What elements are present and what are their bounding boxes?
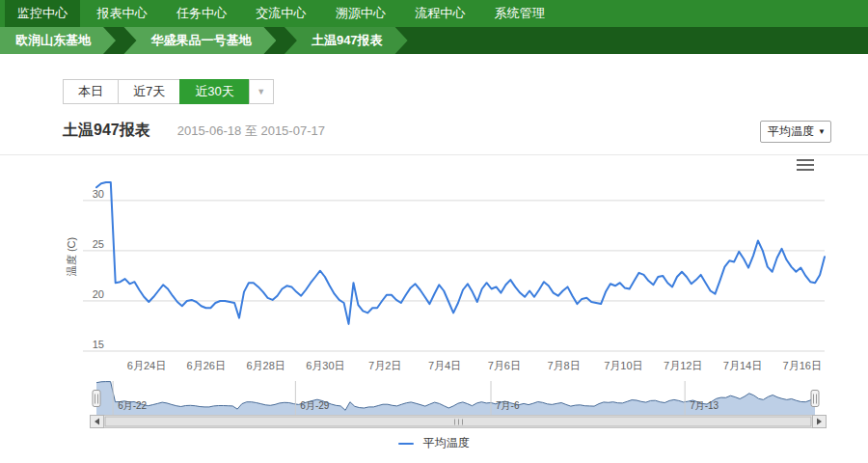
breadcrumb: 欧润山东基地 华盛果品一号基地 土温947报表 — [0, 27, 868, 54]
chart-menu-icon[interactable] — [797, 159, 814, 173]
series-line — [96, 182, 825, 324]
x-axis-tick-label: 7月14日 — [723, 360, 762, 371]
nav-item-system[interactable]: 系统管理 — [482, 0, 557, 27]
y-axis-tick-label: 30 — [93, 188, 104, 200]
main-nav: 监控中心 报表中心 任务中心 交流中心 溯源中心 流程中心 系统管理 — [0, 0, 868, 27]
x-axis-tick-label: 7月6日 — [488, 360, 521, 371]
nav-item-workflow[interactable]: 流程中心 — [402, 0, 477, 27]
metric-select[interactable]: 平均温度 ▼ — [760, 121, 831, 143]
chart-panel: 30252015温度 (C)6月24日6月26日6月28日6月30日7月2日7月… — [0, 154, 868, 434]
legend-line-icon — [398, 443, 414, 445]
y-axis-tick-label: 15 — [93, 339, 104, 350]
x-axis-tick-label: 6月30日 — [306, 360, 344, 371]
legend-series-label: 平均温度 — [423, 436, 470, 449]
metric-select-value: 平均温度 — [768, 124, 814, 138]
nav-item-monitor[interactable]: 监控中心 — [5, 0, 80, 27]
nav-item-tasks[interactable]: 任务中心 — [164, 0, 239, 27]
breadcrumb-item-report[interactable]: 土温947报表 — [285, 27, 408, 54]
navigator-tick-label: 6月-22 — [118, 400, 147, 411]
page-title: 土温947报表 — [63, 121, 150, 141]
navigator-tick-label: 7月-13 — [690, 400, 719, 411]
navigator-right-handle[interactable] — [811, 391, 819, 407]
title-row: 土温947报表 2015-06-18 至 2015-07-17 — [63, 121, 325, 141]
nav-item-traceability[interactable]: 溯源中心 — [323, 0, 398, 27]
y-axis-title: 温度 (C) — [66, 237, 77, 276]
chart-navigator[interactable]: 6月-226月-297月-67月-13 — [96, 381, 815, 416]
navigator-tick-label: 6月-29 — [300, 400, 329, 411]
breadcrumb-item-farm[interactable]: 华盛果品一号基地 — [123, 27, 276, 54]
temperature-line-chart[interactable]: 30252015温度 (C)6月24日6月26日6月28日6月30日7月2日7月… — [0, 155, 868, 435]
range-today-button[interactable]: 本日 — [63, 79, 119, 104]
x-axis-tick-label: 7月8日 — [547, 360, 580, 371]
main-plot[interactable]: 30252015温度 (C)6月24日6月26日6月28日6月30日7月2日7月… — [66, 182, 825, 371]
breadcrumb-item-base[interactable]: 欧润山东基地 — [0, 27, 116, 54]
x-axis-tick-label: 6月24日 — [127, 360, 166, 371]
x-axis-tick-label: 6月26日 — [187, 360, 226, 371]
nav-item-communication[interactable]: 交流中心 — [243, 0, 318, 27]
x-axis-tick-label: 7月16日 — [783, 360, 822, 371]
range-dropdown-button[interactable]: ▼ — [249, 79, 274, 104]
nav-item-reports[interactable]: 报表中心 — [84, 0, 159, 27]
range-button-group: 本日 近7天 近30天 ▼ — [63, 79, 274, 104]
x-axis-tick-label: 7月2日 — [368, 360, 401, 371]
chevron-down-icon: ▼ — [818, 122, 826, 142]
chart-legend[interactable]: 平均温度 — [0, 435, 868, 451]
y-axis-tick-label: 20 — [93, 288, 104, 300]
range-30days-button[interactable]: 近30天 — [179, 79, 249, 104]
x-axis-tick-label: 7月12日 — [664, 360, 702, 371]
x-axis-tick-label: 7月4日 — [428, 360, 461, 371]
date-range-label: 2015-06-18 至 2015-07-17 — [177, 123, 325, 140]
chart-scrollbar[interactable] — [91, 416, 827, 428]
navigator-tick-label: 7月-6 — [496, 400, 520, 411]
x-axis-tick-label: 6月28日 — [246, 360, 285, 371]
x-axis-tick-label: 7月10日 — [604, 360, 642, 371]
range-7days-button[interactable]: 近7天 — [118, 79, 180, 104]
y-axis-tick-label: 25 — [93, 238, 104, 250]
navigator-left-handle[interactable] — [93, 391, 100, 407]
chevron-down-icon: ▼ — [257, 87, 265, 96]
